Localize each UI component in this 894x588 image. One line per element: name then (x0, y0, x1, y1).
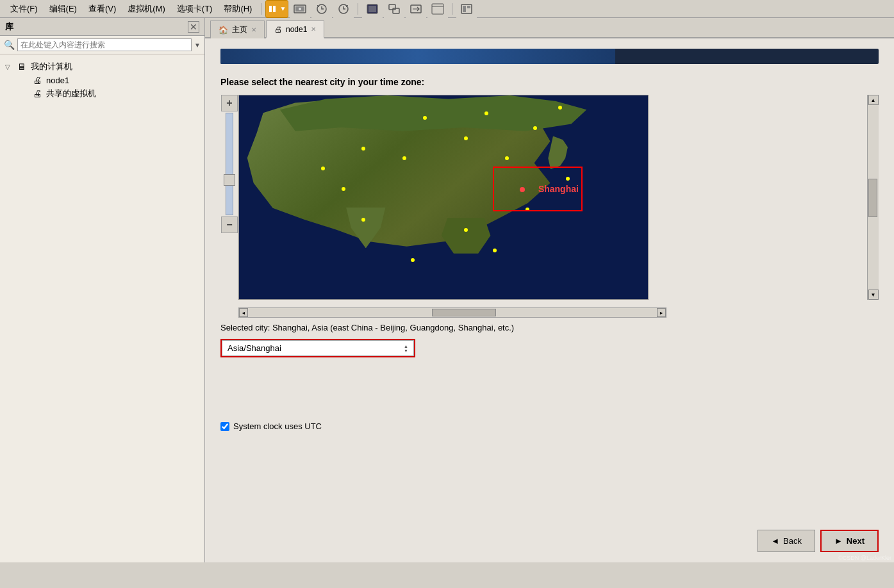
pause-button[interactable]: ▼ (265, 0, 288, 18)
unity-button[interactable] (384, 0, 404, 19)
snapshot-button[interactable] (311, 0, 332, 19)
svg-rect-9 (389, 4, 395, 10)
hscroll-left-button[interactable]: ◄ (239, 308, 248, 317)
svg-rect-15 (463, 6, 466, 12)
stretch-button[interactable] (406, 0, 426, 19)
search-input[interactable] (17, 38, 192, 51)
node1-label: node1 (46, 76, 69, 85)
shanghai-label: Shanghai (538, 184, 579, 194)
map-vscrollbar: ▲ ▼ (867, 95, 879, 300)
fullscreen-button[interactable] (362, 0, 383, 19)
shanghai-dot (520, 187, 525, 192)
menu-help[interactable]: 帮助(H) (219, 2, 257, 16)
sidebar-search-row: 🔍 ▼ (0, 36, 204, 54)
mycomputer-label: 我的计算机 (31, 61, 72, 72)
city-dot-2 (321, 167, 325, 170)
computer-icon: 🖥 (15, 61, 28, 72)
city-dot-15 (493, 249, 497, 252)
sidebar-header: 库 ✕ (0, 18, 204, 36)
menu-view[interactable]: 查看(V) (83, 2, 121, 16)
vm-icon: 🖨 (31, 75, 44, 85)
search-icon: 🔍 (4, 40, 15, 50)
checkbox-label: System clock uses UTC (233, 421, 322, 431)
node1-tab-close[interactable]: ✕ (311, 26, 316, 33)
tree-item-node1[interactable]: 🖨 node1 (18, 74, 202, 86)
node1-tab-label: node1 (286, 25, 307, 34)
bottom-buttons: ◄ Back ► Next (757, 530, 879, 552)
svg-point-4 (299, 8, 301, 10)
tab-home[interactable]: 🏠 主页 ✕ (210, 20, 265, 38)
tree-item-shared[interactable]: 🖨 共享的虚拟机 (18, 86, 202, 101)
city-dot-1 (361, 147, 365, 151)
watermark: ©CSDN @LaderKler (838, 555, 891, 561)
revert-button[interactable] (333, 0, 354, 19)
svg-rect-12 (432, 4, 443, 14)
map-visual[interactable]: Shanghai (238, 95, 649, 300)
city-dot-5 (464, 136, 468, 140)
page-content: Please select the nearest city in your t… (205, 38, 894, 562)
map-container: + − (220, 95, 879, 300)
send-ctrl-alt-del-button[interactable] (290, 0, 310, 19)
menubar-separator (261, 3, 261, 15)
menu-file[interactable]: 文件(F) (5, 2, 43, 16)
svg-rect-16 (467, 6, 470, 8)
sidebar: 库 ✕ 🔍 ▼ ▽ 🖥 我的计算机 🖨 node1 (0, 18, 205, 562)
preferences-button[interactable] (456, 0, 477, 19)
next-label: Next (847, 536, 865, 546)
zoom-slider-thumb[interactable] (224, 174, 235, 186)
map-hscrollbar: ◄ ► (238, 307, 666, 318)
zoom-out-button[interactable]: − (221, 216, 238, 233)
search-dropdown-icon[interactable]: ▼ (194, 42, 201, 49)
zoom-in-button[interactable]: + (221, 95, 238, 111)
scroll-track[interactable] (868, 105, 879, 290)
expand-icon: ▽ (5, 63, 13, 70)
tab-bar: 🏠 主页 ✕ 🖨 node1 ✕ (205, 18, 894, 38)
hscroll-thumb[interactable] (432, 309, 496, 316)
back-button[interactable]: ◄ Back (757, 530, 815, 552)
timezone-select-wrapper: Asia/Shanghai ▲ ▼ (220, 339, 415, 357)
autofit-button[interactable] (427, 0, 448, 19)
back-arrow-icon: ◄ (771, 536, 779, 546)
home-tab-close[interactable]: ✕ (251, 26, 256, 33)
back-label: Back (783, 536, 802, 546)
selected-city-info: Selected city: Shanghai, Asia (east Chin… (220, 323, 879, 332)
node1-tab-icon: 🖨 (274, 25, 282, 34)
zoom-controls: + − (220, 95, 238, 233)
sidebar-tree: ▽ 🖥 我的计算机 🖨 node1 🖨 共享的虚拟机 (0, 54, 204, 562)
main-layout: 库 ✕ 🔍 ▼ ▽ 🖥 我的计算机 🖨 node1 (0, 18, 894, 562)
shared-label: 共享的虚拟机 (46, 88, 96, 99)
toolbar-separator-2 (452, 3, 452, 15)
hscroll-right-button[interactable]: ► (657, 308, 666, 317)
tab-node1[interactable]: 🖨 node1 ✕ (266, 20, 324, 38)
svg-rect-10 (393, 8, 399, 13)
menu-vm[interactable]: 虚拟机(M) (122, 2, 170, 16)
checkbox-row: System clock uses UTC (220, 421, 879, 431)
tree-item-mycomputer[interactable]: ▽ 🖥 我的计算机 (3, 60, 202, 74)
city-dot-11 (423, 116, 427, 120)
city-dot-9 (464, 228, 468, 232)
next-arrow-icon: ► (834, 536, 843, 546)
home-tab-label: 主页 (232, 24, 247, 35)
scroll-down-button[interactable]: ▼ (868, 290, 879, 300)
city-dot-3 (342, 187, 345, 191)
timezone-value: Asia/Shanghai (228, 343, 404, 353)
utc-checkbox[interactable] (220, 422, 229, 431)
scroll-up-button[interactable]: ▲ (868, 95, 879, 105)
menu-edit[interactable]: 编辑(E) (44, 2, 82, 16)
zoom-slider-track[interactable] (226, 113, 233, 215)
menu-tabs[interactable]: 选项卡(T) (172, 2, 218, 16)
svg-rect-0 (269, 6, 272, 12)
hscroll-track[interactable] (248, 308, 657, 317)
shared-icon: 🖨 (31, 88, 44, 99)
shanghai-selection-box: Shanghai (493, 167, 583, 211)
content-area: 🏠 主页 ✕ 🖨 node1 ✕ Please select the neare… (205, 18, 894, 562)
scroll-thumb[interactable] (868, 179, 877, 217)
next-button[interactable]: ► Next (820, 530, 879, 552)
menubar: 文件(F) 编辑(E) 查看(V) 虚拟机(M) 选项卡(T) 帮助(H) ▼ (0, 0, 894, 18)
timezone-select[interactable]: Asia/Shanghai ▲ ▼ (222, 340, 414, 356)
home-tab-icon: 🏠 (219, 26, 228, 35)
city-dot-13 (558, 106, 562, 110)
sidebar-close-button[interactable]: ✕ (188, 21, 199, 33)
toolbar-separator-1 (358, 3, 358, 15)
tree-children: 🖨 node1 🖨 共享的虚拟机 (3, 74, 202, 101)
